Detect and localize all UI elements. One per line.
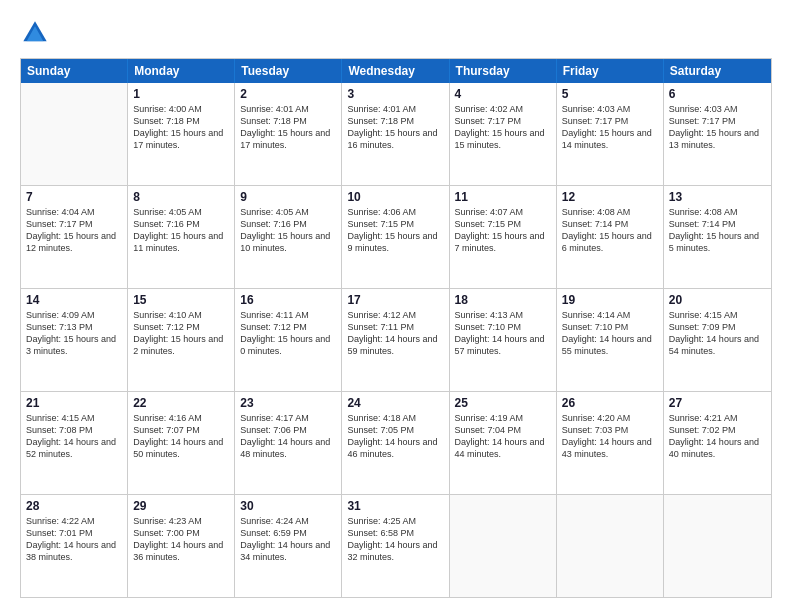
cal-cell-1-4: 3Sunrise: 4:01 AM Sunset: 7:18 PM Daylig… (342, 83, 449, 185)
week-row-5: 28Sunrise: 4:22 AM Sunset: 7:01 PM Dayli… (21, 494, 771, 597)
day-detail: Sunrise: 4:23 AM Sunset: 7:00 PM Dayligh… (133, 515, 229, 564)
day-detail: Sunrise: 4:05 AM Sunset: 7:16 PM Dayligh… (240, 206, 336, 255)
day-number: 10 (347, 190, 443, 204)
week-row-4: 21Sunrise: 4:15 AM Sunset: 7:08 PM Dayli… (21, 391, 771, 494)
day-detail: Sunrise: 4:22 AM Sunset: 7:01 PM Dayligh… (26, 515, 122, 564)
day-number: 2 (240, 87, 336, 101)
day-number: 6 (669, 87, 766, 101)
day-number: 31 (347, 499, 443, 513)
day-number: 29 (133, 499, 229, 513)
cal-cell-1-5: 4Sunrise: 4:02 AM Sunset: 7:17 PM Daylig… (450, 83, 557, 185)
day-detail: Sunrise: 4:13 AM Sunset: 7:10 PM Dayligh… (455, 309, 551, 358)
day-detail: Sunrise: 4:06 AM Sunset: 7:15 PM Dayligh… (347, 206, 443, 255)
day-number: 7 (26, 190, 122, 204)
day-detail: Sunrise: 4:07 AM Sunset: 7:15 PM Dayligh… (455, 206, 551, 255)
day-detail: Sunrise: 4:01 AM Sunset: 7:18 PM Dayligh… (240, 103, 336, 152)
day-number: 24 (347, 396, 443, 410)
cal-cell-1-7: 6Sunrise: 4:03 AM Sunset: 7:17 PM Daylig… (664, 83, 771, 185)
calendar-body: 1Sunrise: 4:00 AM Sunset: 7:18 PM Daylig… (21, 83, 771, 597)
day-header-saturday: Saturday (664, 59, 771, 83)
day-detail: Sunrise: 4:11 AM Sunset: 7:12 PM Dayligh… (240, 309, 336, 358)
day-detail: Sunrise: 4:24 AM Sunset: 6:59 PM Dayligh… (240, 515, 336, 564)
day-number: 30 (240, 499, 336, 513)
day-detail: Sunrise: 4:04 AM Sunset: 7:17 PM Dayligh… (26, 206, 122, 255)
cal-cell-2-7: 13Sunrise: 4:08 AM Sunset: 7:14 PM Dayli… (664, 186, 771, 288)
week-row-1: 1Sunrise: 4:00 AM Sunset: 7:18 PM Daylig… (21, 83, 771, 185)
day-number: 11 (455, 190, 551, 204)
day-detail: Sunrise: 4:00 AM Sunset: 7:18 PM Dayligh… (133, 103, 229, 152)
day-number: 20 (669, 293, 766, 307)
day-detail: Sunrise: 4:10 AM Sunset: 7:12 PM Dayligh… (133, 309, 229, 358)
day-detail: Sunrise: 4:18 AM Sunset: 7:05 PM Dayligh… (347, 412, 443, 461)
cal-cell-1-1 (21, 83, 128, 185)
cal-cell-3-7: 20Sunrise: 4:15 AM Sunset: 7:09 PM Dayli… (664, 289, 771, 391)
cal-cell-4-7: 27Sunrise: 4:21 AM Sunset: 7:02 PM Dayli… (664, 392, 771, 494)
cal-cell-5-4: 31Sunrise: 4:25 AM Sunset: 6:58 PM Dayli… (342, 495, 449, 597)
cal-cell-2-2: 8Sunrise: 4:05 AM Sunset: 7:16 PM Daylig… (128, 186, 235, 288)
day-detail: Sunrise: 4:19 AM Sunset: 7:04 PM Dayligh… (455, 412, 551, 461)
day-detail: Sunrise: 4:05 AM Sunset: 7:16 PM Dayligh… (133, 206, 229, 255)
cal-cell-5-7 (664, 495, 771, 597)
cal-cell-5-6 (557, 495, 664, 597)
cal-cell-3-5: 18Sunrise: 4:13 AM Sunset: 7:10 PM Dayli… (450, 289, 557, 391)
day-number: 23 (240, 396, 336, 410)
day-number: 18 (455, 293, 551, 307)
cal-cell-5-2: 29Sunrise: 4:23 AM Sunset: 7:00 PM Dayli… (128, 495, 235, 597)
day-number: 26 (562, 396, 658, 410)
cal-cell-2-3: 9Sunrise: 4:05 AM Sunset: 7:16 PM Daylig… (235, 186, 342, 288)
cal-cell-2-4: 10Sunrise: 4:06 AM Sunset: 7:15 PM Dayli… (342, 186, 449, 288)
cal-cell-4-2: 22Sunrise: 4:16 AM Sunset: 7:07 PM Dayli… (128, 392, 235, 494)
cal-cell-4-5: 25Sunrise: 4:19 AM Sunset: 7:04 PM Dayli… (450, 392, 557, 494)
cal-cell-2-6: 12Sunrise: 4:08 AM Sunset: 7:14 PM Dayli… (557, 186, 664, 288)
day-header-wednesday: Wednesday (342, 59, 449, 83)
day-number: 1 (133, 87, 229, 101)
day-header-monday: Monday (128, 59, 235, 83)
logo (20, 18, 56, 48)
day-number: 22 (133, 396, 229, 410)
day-header-tuesday: Tuesday (235, 59, 342, 83)
day-number: 21 (26, 396, 122, 410)
day-detail: Sunrise: 4:03 AM Sunset: 7:17 PM Dayligh… (562, 103, 658, 152)
day-number: 8 (133, 190, 229, 204)
day-number: 5 (562, 87, 658, 101)
cal-cell-1-2: 1Sunrise: 4:00 AM Sunset: 7:18 PM Daylig… (128, 83, 235, 185)
day-number: 17 (347, 293, 443, 307)
day-number: 16 (240, 293, 336, 307)
day-number: 19 (562, 293, 658, 307)
cal-cell-3-3: 16Sunrise: 4:11 AM Sunset: 7:12 PM Dayli… (235, 289, 342, 391)
week-row-3: 14Sunrise: 4:09 AM Sunset: 7:13 PM Dayli… (21, 288, 771, 391)
day-detail: Sunrise: 4:21 AM Sunset: 7:02 PM Dayligh… (669, 412, 766, 461)
cal-cell-4-1: 21Sunrise: 4:15 AM Sunset: 7:08 PM Dayli… (21, 392, 128, 494)
logo-icon (20, 18, 50, 48)
day-header-friday: Friday (557, 59, 664, 83)
day-detail: Sunrise: 4:02 AM Sunset: 7:17 PM Dayligh… (455, 103, 551, 152)
calendar: SundayMondayTuesdayWednesdayThursdayFrid… (20, 58, 772, 598)
day-header-sunday: Sunday (21, 59, 128, 83)
cal-cell-1-6: 5Sunrise: 4:03 AM Sunset: 7:17 PM Daylig… (557, 83, 664, 185)
day-header-thursday: Thursday (450, 59, 557, 83)
calendar-header: SundayMondayTuesdayWednesdayThursdayFrid… (21, 59, 771, 83)
cal-cell-3-6: 19Sunrise: 4:14 AM Sunset: 7:10 PM Dayli… (557, 289, 664, 391)
day-detail: Sunrise: 4:03 AM Sunset: 7:17 PM Dayligh… (669, 103, 766, 152)
day-detail: Sunrise: 4:16 AM Sunset: 7:07 PM Dayligh… (133, 412, 229, 461)
cal-cell-5-1: 28Sunrise: 4:22 AM Sunset: 7:01 PM Dayli… (21, 495, 128, 597)
day-number: 13 (669, 190, 766, 204)
day-detail: Sunrise: 4:08 AM Sunset: 7:14 PM Dayligh… (562, 206, 658, 255)
day-detail: Sunrise: 4:20 AM Sunset: 7:03 PM Dayligh… (562, 412, 658, 461)
day-number: 28 (26, 499, 122, 513)
day-detail: Sunrise: 4:09 AM Sunset: 7:13 PM Dayligh… (26, 309, 122, 358)
week-row-2: 7Sunrise: 4:04 AM Sunset: 7:17 PM Daylig… (21, 185, 771, 288)
day-detail: Sunrise: 4:25 AM Sunset: 6:58 PM Dayligh… (347, 515, 443, 564)
cal-cell-1-3: 2Sunrise: 4:01 AM Sunset: 7:18 PM Daylig… (235, 83, 342, 185)
day-detail: Sunrise: 4:15 AM Sunset: 7:08 PM Dayligh… (26, 412, 122, 461)
cal-cell-2-1: 7Sunrise: 4:04 AM Sunset: 7:17 PM Daylig… (21, 186, 128, 288)
cal-cell-3-2: 15Sunrise: 4:10 AM Sunset: 7:12 PM Dayli… (128, 289, 235, 391)
day-detail: Sunrise: 4:12 AM Sunset: 7:11 PM Dayligh… (347, 309, 443, 358)
day-detail: Sunrise: 4:15 AM Sunset: 7:09 PM Dayligh… (669, 309, 766, 358)
day-detail: Sunrise: 4:17 AM Sunset: 7:06 PM Dayligh… (240, 412, 336, 461)
cal-cell-5-5 (450, 495, 557, 597)
page: SundayMondayTuesdayWednesdayThursdayFrid… (0, 0, 792, 612)
day-number: 12 (562, 190, 658, 204)
cal-cell-3-1: 14Sunrise: 4:09 AM Sunset: 7:13 PM Dayli… (21, 289, 128, 391)
day-number: 3 (347, 87, 443, 101)
